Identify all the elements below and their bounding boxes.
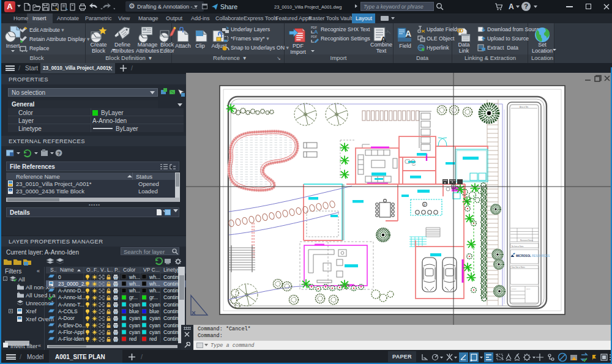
svg-text:wh...: wh...	[149, 274, 160, 280]
svg-text:Sheet: Sheet	[526, 288, 531, 290]
svg-text:wh...: wh...	[129, 281, 140, 287]
svg-text:Revisions/Status: Revisions/Status	[520, 239, 533, 242]
svg-text:A: A	[405, 29, 411, 39]
svg-text:VP C...: VP C...	[143, 267, 160, 273]
svg-text:Data Size or Notes: Data Size or Notes	[512, 266, 525, 269]
svg-text:Name: Name	[60, 267, 74, 273]
svg-text:Area in Nm: Area in Nm	[520, 106, 529, 108]
svg-text:wh...: wh...	[129, 288, 140, 294]
svg-text:A-Flor-Iden: A-Flor-Iden	[58, 336, 84, 342]
svg-text:PDF: PDF	[311, 35, 317, 39]
svg-text:blue: blue	[149, 308, 159, 314]
svg-text:?: ?	[58, 150, 61, 157]
svg-text:RESOURCES: RESOURCES	[532, 254, 550, 258]
svg-text:gr...: gr...	[129, 294, 138, 300]
svg-text:0: 0	[58, 274, 61, 280]
svg-text:A-Anno-Id...: A-Anno-Id...	[58, 294, 86, 300]
svg-text:MICROSOL: MICROSOL	[516, 254, 531, 258]
svg-text:wh...: wh...	[129, 274, 140, 280]
svg-text:23_0000_2...: 23_0000_2...	[58, 281, 89, 287]
svg-text:gr...: gr...	[149, 294, 158, 300]
svg-text:A-Anno-T...: A-Anno-T...	[58, 302, 84, 308]
svg-text:cyan: cyan	[149, 329, 160, 335]
svg-text:No Item or Notes: No Item or Notes	[512, 245, 524, 248]
svg-text:cyan: cyan	[149, 302, 160, 308]
svg-text:V..: V..	[100, 267, 106, 273]
svg-text:O..: O..	[86, 267, 93, 273]
svg-text:blue: blue	[129, 308, 139, 314]
svg-text:wh...: wh...	[149, 281, 160, 287]
svg-text:wh...: wh...	[149, 288, 160, 294]
svg-text:A-Flor-Appl: A-Flor-Appl	[58, 329, 84, 335]
svg-text:F..: F..	[94, 267, 99, 273]
svg-text:A: A	[314, 29, 318, 34]
svg-text:cyan: cyan	[129, 302, 140, 308]
svg-text:S..: S..	[50, 267, 56, 273]
svg-text:cyan: cyan	[149, 322, 160, 329]
svg-text:cyan: cyan	[129, 315, 140, 321]
svg-text:red: red	[149, 336, 157, 342]
svg-text:Project: Project	[512, 288, 517, 290]
svg-text:A-Elev-Do...: A-Elev-Do...	[58, 322, 86, 329]
svg-text:Color: Color	[123, 267, 135, 273]
svg-text:cyan: cyan	[149, 315, 160, 321]
svg-text:red: red	[129, 336, 137, 342]
svg-text:A-Anno-D...: A-Anno-D...	[58, 288, 85, 294]
svg-text:cyan: cyan	[129, 329, 140, 335]
svg-text:A-Door: A-Door	[58, 315, 75, 321]
svg-text:A-COLS: A-COLS	[58, 308, 78, 314]
svg-text:cyan: cyan	[129, 322, 140, 329]
svg-text:L..: L..	[107, 267, 113, 273]
